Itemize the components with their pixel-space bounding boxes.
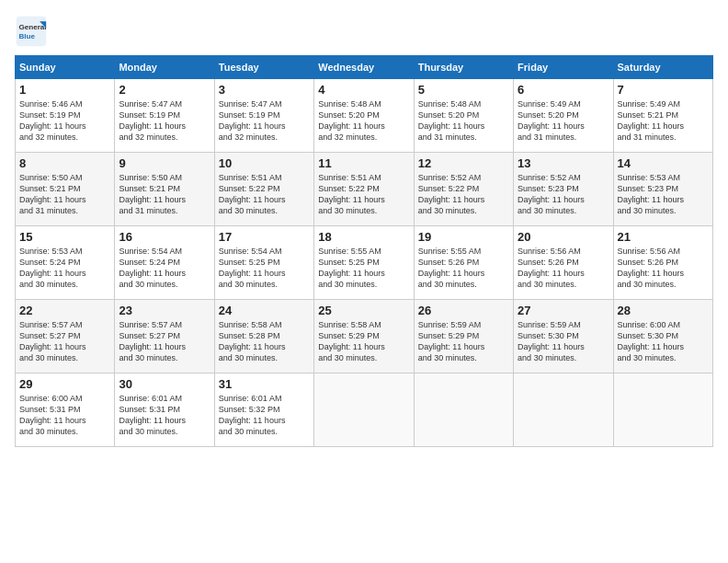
day-number: 7 [618, 83, 709, 97]
calendar-cell: 1Sunrise: 5:46 AM Sunset: 5:19 PM Daylig… [16, 79, 115, 153]
day-info: Sunrise: 5:49 AM Sunset: 5:21 PM Dayligh… [618, 98, 709, 144]
day-info: Sunrise: 5:49 AM Sunset: 5:20 PM Dayligh… [518, 98, 609, 144]
day-number: 14 [618, 156, 709, 170]
column-header-tuesday: Tuesday [214, 56, 313, 79]
day-number: 18 [318, 230, 409, 244]
day-number: 28 [618, 304, 709, 317]
day-info: Sunrise: 5:50 AM Sunset: 5:21 PM Dayligh… [19, 172, 110, 217]
calendar-cell: 21Sunrise: 5:56 AM Sunset: 5:26 PM Dayli… [613, 226, 712, 300]
logo-icon: General Blue [15, 15, 48, 48]
calendar-cell: 12Sunrise: 5:52 AM Sunset: 5:22 PM Dayli… [414, 153, 513, 226]
calendar-cell [613, 373, 712, 447]
day-number: 30 [119, 377, 210, 391]
day-info: Sunrise: 6:00 AM Sunset: 5:30 PM Dayligh… [618, 319, 709, 364]
calendar-cell: 8Sunrise: 5:50 AM Sunset: 5:21 PM Daylig… [16, 153, 115, 226]
day-number: 10 [219, 156, 310, 170]
week-row-5: 29Sunrise: 6:00 AM Sunset: 5:31 PM Dayli… [16, 373, 713, 447]
day-number: 22 [19, 304, 110, 317]
day-info: Sunrise: 5:47 AM Sunset: 5:19 PM Dayligh… [219, 98, 310, 144]
calendar-cell: 27Sunrise: 5:59 AM Sunset: 5:30 PM Dayli… [514, 300, 613, 373]
svg-text:General: General [19, 23, 47, 31]
column-header-thursday: Thursday [414, 56, 513, 79]
day-number: 3 [219, 83, 310, 97]
day-info: Sunrise: 5:57 AM Sunset: 5:27 PM Dayligh… [19, 319, 110, 364]
calendar-cell: 9Sunrise: 5:50 AM Sunset: 5:21 PM Daylig… [115, 153, 214, 226]
day-info: Sunrise: 5:58 AM Sunset: 5:29 PM Dayligh… [318, 319, 409, 364]
day-info: Sunrise: 5:52 AM Sunset: 5:22 PM Dayligh… [418, 172, 509, 217]
calendar-cell: 15Sunrise: 5:53 AM Sunset: 5:24 PM Dayli… [16, 226, 115, 300]
day-info: Sunrise: 5:48 AM Sunset: 5:20 PM Dayligh… [318, 98, 409, 144]
day-number: 20 [518, 230, 609, 244]
day-number: 31 [219, 377, 310, 391]
day-info: Sunrise: 5:56 AM Sunset: 5:26 PM Dayligh… [618, 246, 709, 291]
day-info: Sunrise: 5:51 AM Sunset: 5:22 PM Dayligh… [219, 172, 310, 217]
day-number: 21 [618, 230, 709, 244]
day-info: Sunrise: 5:48 AM Sunset: 5:20 PM Dayligh… [418, 98, 509, 144]
day-info: Sunrise: 5:58 AM Sunset: 5:28 PM Dayligh… [219, 319, 310, 364]
day-number: 24 [219, 304, 310, 317]
week-row-1: 1Sunrise: 5:46 AM Sunset: 5:19 PM Daylig… [16, 79, 713, 153]
calendar-cell: 5Sunrise: 5:48 AM Sunset: 5:20 PM Daylig… [414, 79, 513, 153]
day-number: 23 [119, 304, 210, 317]
calendar-cell: 19Sunrise: 5:55 AM Sunset: 5:26 PM Dayli… [414, 226, 513, 300]
day-info: Sunrise: 5:55 AM Sunset: 5:26 PM Dayligh… [418, 246, 509, 291]
calendar-cell: 3Sunrise: 5:47 AM Sunset: 5:19 PM Daylig… [214, 79, 313, 153]
day-info: Sunrise: 5:53 AM Sunset: 5:23 PM Dayligh… [618, 172, 709, 217]
day-number: 8 [19, 156, 110, 170]
day-info: Sunrise: 5:52 AM Sunset: 5:23 PM Dayligh… [518, 172, 609, 217]
day-number: 1 [19, 83, 110, 97]
calendar-cell: 24Sunrise: 5:58 AM Sunset: 5:28 PM Dayli… [214, 300, 313, 373]
calendar-cell: 2Sunrise: 5:47 AM Sunset: 5:19 PM Daylig… [115, 79, 214, 153]
calendar-cell: 30Sunrise: 6:01 AM Sunset: 5:31 PM Dayli… [115, 373, 214, 447]
day-number: 29 [19, 377, 110, 391]
day-info: Sunrise: 5:55 AM Sunset: 5:25 PM Dayligh… [318, 246, 409, 291]
day-number: 9 [119, 156, 210, 170]
calendar-cell: 14Sunrise: 5:53 AM Sunset: 5:23 PM Dayli… [613, 153, 712, 226]
day-number: 15 [19, 230, 110, 244]
calendar-cell: 28Sunrise: 6:00 AM Sunset: 5:30 PM Dayli… [613, 300, 712, 373]
day-number: 16 [119, 230, 210, 244]
day-info: Sunrise: 5:51 AM Sunset: 5:22 PM Dayligh… [318, 172, 409, 217]
day-number: 6 [518, 83, 609, 97]
column-header-saturday: Saturday [613, 56, 712, 79]
column-header-sunday: Sunday [16, 56, 115, 79]
day-number: 19 [418, 230, 509, 244]
day-info: Sunrise: 5:47 AM Sunset: 5:19 PM Dayligh… [119, 98, 210, 144]
day-info: Sunrise: 5:53 AM Sunset: 5:24 PM Dayligh… [19, 246, 110, 291]
day-number: 27 [518, 304, 609, 317]
page-header: General Blue [15, 15, 713, 48]
calendar-cell: 25Sunrise: 5:58 AM Sunset: 5:29 PM Dayli… [314, 300, 414, 373]
day-info: Sunrise: 6:01 AM Sunset: 5:31 PM Dayligh… [119, 393, 210, 438]
calendar-cell [414, 373, 513, 447]
calendar-cell: 17Sunrise: 5:54 AM Sunset: 5:25 PM Dayli… [214, 226, 313, 300]
calendar-cell [314, 373, 414, 447]
calendar-cell: 31Sunrise: 6:01 AM Sunset: 5:32 PM Dayli… [214, 373, 313, 447]
day-number: 26 [418, 304, 509, 317]
day-number: 2 [119, 83, 210, 97]
day-info: Sunrise: 5:59 AM Sunset: 5:29 PM Dayligh… [418, 319, 509, 364]
day-info: Sunrise: 5:56 AM Sunset: 5:26 PM Dayligh… [518, 246, 609, 291]
calendar-cell: 10Sunrise: 5:51 AM Sunset: 5:22 PM Dayli… [214, 153, 313, 226]
calendar-cell: 4Sunrise: 5:48 AM Sunset: 5:20 PM Daylig… [314, 79, 414, 153]
day-info: Sunrise: 5:54 AM Sunset: 5:24 PM Dayligh… [119, 246, 210, 291]
day-number: 12 [418, 156, 509, 170]
calendar-cell: 20Sunrise: 5:56 AM Sunset: 5:26 PM Dayli… [514, 226, 613, 300]
column-header-wednesday: Wednesday [314, 56, 414, 79]
calendar-cell: 16Sunrise: 5:54 AM Sunset: 5:24 PM Dayli… [115, 226, 214, 300]
day-info: Sunrise: 6:00 AM Sunset: 5:31 PM Dayligh… [19, 393, 110, 438]
calendar-table: SundayMondayTuesdayWednesdayThursdayFrid… [15, 55, 713, 447]
column-header-monday: Monday [115, 56, 214, 79]
logo: General Blue [15, 15, 48, 48]
day-info: Sunrise: 6:01 AM Sunset: 5:32 PM Dayligh… [219, 393, 310, 438]
day-info: Sunrise: 5:46 AM Sunset: 5:19 PM Dayligh… [19, 98, 110, 144]
week-row-2: 8Sunrise: 5:50 AM Sunset: 5:21 PM Daylig… [16, 153, 713, 226]
calendar-cell [514, 373, 613, 447]
calendar-cell: 6Sunrise: 5:49 AM Sunset: 5:20 PM Daylig… [514, 79, 613, 153]
calendar-cell: 26Sunrise: 5:59 AM Sunset: 5:29 PM Dayli… [414, 300, 513, 373]
day-number: 11 [318, 156, 409, 170]
calendar-cell: 7Sunrise: 5:49 AM Sunset: 5:21 PM Daylig… [613, 79, 712, 153]
day-info: Sunrise: 5:59 AM Sunset: 5:30 PM Dayligh… [518, 319, 609, 364]
calendar-cell: 22Sunrise: 5:57 AM Sunset: 5:27 PM Dayli… [16, 300, 115, 373]
day-number: 5 [418, 83, 509, 97]
calendar-cell: 18Sunrise: 5:55 AM Sunset: 5:25 PM Dayli… [314, 226, 414, 300]
